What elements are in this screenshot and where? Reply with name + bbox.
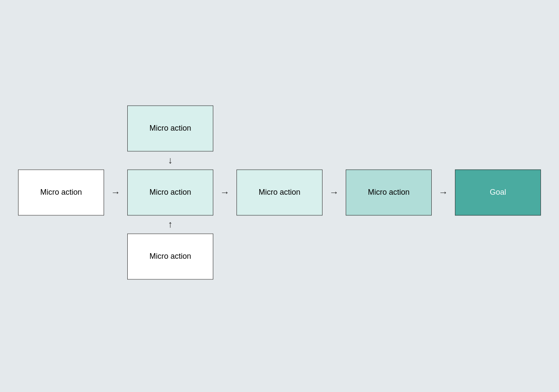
arrow-right-4: → <box>432 187 455 198</box>
v-arrow-down: ↓ <box>127 151 213 169</box>
bottom-row: Micro action <box>127 233 541 279</box>
box-mid-4: Micro action <box>346 169 432 215</box>
arrow-right-2: → <box>213 187 236 198</box>
box-mid-2: Micro action <box>127 169 213 215</box>
diagram: Micro action ↓ Micro action → Micro acti… <box>18 105 541 279</box>
top-row: Micro action <box>127 105 541 151</box>
middle-row: Micro action → Micro action → Micro acti… <box>18 169 541 215</box>
box-bottom-2: Micro action <box>127 233 213 279</box>
box-mid-1: Micro action <box>18 169 104 215</box>
arrow-right-3: → <box>322 187 346 198</box>
box-goal: Goal <box>455 169 541 215</box>
box-top-2: Micro action <box>127 105 213 151</box>
v-arrow-up: ↑ <box>127 215 213 233</box>
arrow-right-1: → <box>104 187 127 198</box>
box-mid-3: Micro action <box>236 169 322 215</box>
